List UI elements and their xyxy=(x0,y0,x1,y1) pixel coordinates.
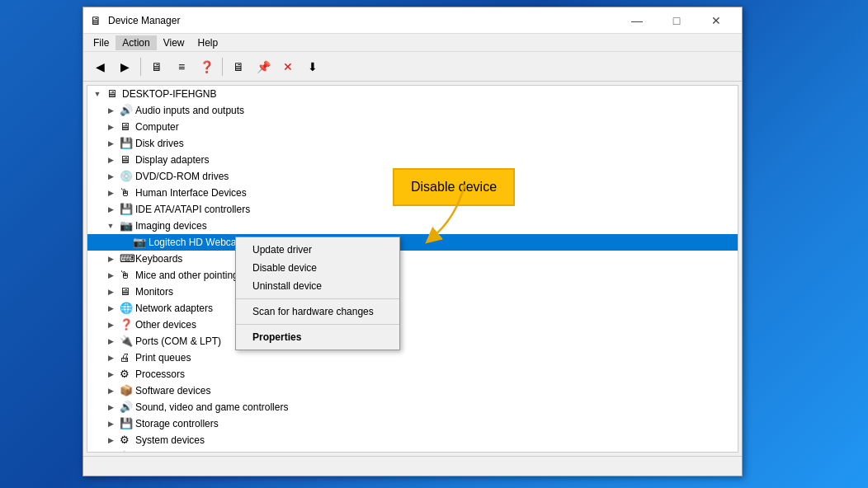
toolbar-help[interactable]: ❓ xyxy=(195,55,218,78)
expand-disk[interactable]: ▶ xyxy=(104,137,117,150)
expand-dvd[interactable]: ▶ xyxy=(104,170,117,183)
tree-root[interactable]: ▼ 🖥 DESKTOP-IFEHGNB xyxy=(87,86,738,102)
storage-icon: 💾 xyxy=(120,417,133,430)
maximize-button[interactable]: □ xyxy=(658,9,696,32)
expand-computer[interactable]: ▶ xyxy=(104,120,117,134)
tree-item-keyboards[interactable]: ▶ ⌨ Keyboards xyxy=(87,251,738,267)
ctx-scan-hardware[interactable]: Scan for hardware changes xyxy=(236,303,399,321)
window-icon: 🖥 xyxy=(90,14,103,27)
tree-item-software[interactable]: ▶ 📦 Software devices xyxy=(87,382,738,399)
expand-other[interactable]: ▶ xyxy=(104,318,117,331)
menu-action[interactable]: Action xyxy=(116,35,156,50)
network-label: Network adapters xyxy=(135,303,213,314)
monitor-icon: 🖥 xyxy=(120,285,133,298)
device-tree[interactable]: ▼ 🖥 DESKTOP-IFEHGNB ▶ 🔊 Audio inputs and… xyxy=(87,85,738,453)
ports-icon: 🔌 xyxy=(120,335,133,348)
monitor-label: Monitors xyxy=(135,286,173,298)
root-label: DESKTOP-IFEHGNB xyxy=(122,88,216,100)
webcam-icon: 📷 xyxy=(133,236,146,249)
root-icon: 🖥 xyxy=(106,87,120,101)
audio-icon: 🔊 xyxy=(120,104,133,117)
ctx-properties[interactable]: Properties xyxy=(236,328,399,346)
tree-item-processors[interactable]: ▶ ⚙ Processors xyxy=(87,366,738,382)
other-label: Other devices xyxy=(135,319,196,331)
tree-item-disk[interactable]: ▶ 💾 Disk drives xyxy=(87,135,738,152)
toolbar-uninstall[interactable]: ✕ xyxy=(276,55,300,78)
menu-bar: File Action View Help xyxy=(83,34,742,52)
toolbar-back[interactable]: ◀ xyxy=(88,55,111,78)
tree-item-storage[interactable]: ▶ 💾 Storage controllers xyxy=(87,415,738,432)
print-icon: 🖨 xyxy=(120,351,133,364)
processor-label: Processors xyxy=(135,368,185,380)
toolbar-driver[interactable]: 🖥 xyxy=(227,55,250,78)
status-bar xyxy=(83,456,742,476)
expand-usb[interactable]: ▶ xyxy=(104,450,117,453)
expand-software[interactable]: ▶ xyxy=(104,384,117,397)
tree-item-monitors[interactable]: ▶ 🖥 Monitors xyxy=(87,284,738,300)
ide-label: IDE ATA/ATAPI controllers xyxy=(135,204,250,215)
dvd-icon: 💿 xyxy=(120,170,133,183)
tree-item-print[interactable]: ▶ 🖨 Print queues xyxy=(87,350,738,366)
tree-item-display[interactable]: ▶ 🖥 Display adapters xyxy=(87,152,738,168)
tree-item-usb[interactable]: ▶ 🔌 Universal Serial Bus controllers xyxy=(87,448,738,453)
menu-file[interactable]: File xyxy=(87,35,116,50)
imaging-label: Imaging devices xyxy=(135,220,207,232)
expand-ports[interactable]: ▶ xyxy=(104,335,117,348)
system-label: System devices xyxy=(135,434,205,446)
expand-root[interactable]: ▼ xyxy=(91,87,104,101)
expand-monitors[interactable]: ▶ xyxy=(104,285,117,298)
tree-item-ports[interactable]: ▶ 🔌 Ports (COM & LPT) xyxy=(87,333,738,350)
storage-label: Storage controllers xyxy=(135,418,219,429)
window-title: Device Manager xyxy=(108,15,180,26)
toolbar-disable[interactable]: 📌 xyxy=(252,55,275,78)
main-content: ▼ 🖥 DESKTOP-IFEHGNB ▶ 🔊 Audio inputs and… xyxy=(83,82,742,456)
expand-print[interactable]: ▶ xyxy=(104,351,117,364)
expand-imaging[interactable]: ▼ xyxy=(104,219,117,232)
tree-item-mice[interactable]: ▶ 🖱 Mice and other pointing devices xyxy=(87,267,738,284)
ide-icon: 💾 xyxy=(120,203,133,216)
expand-processors[interactable]: ▶ xyxy=(104,368,117,381)
expand-storage[interactable]: ▶ xyxy=(104,417,117,430)
network-icon: 🌐 xyxy=(120,302,133,315)
toolbar-scan[interactable]: ⬇ xyxy=(301,55,324,78)
tree-item-webcam[interactable]: 📷 Logitech HD Webcam C270 xyxy=(87,234,738,251)
tree-item-imaging[interactable]: ▼ 📷 Imaging devices xyxy=(87,218,738,234)
computer-label: Computer xyxy=(135,121,179,133)
toolbar-list[interactable]: ≡ xyxy=(170,55,193,78)
expand-audio[interactable]: ▶ xyxy=(104,104,117,117)
title-bar: 🖥 Device Manager — □ ✕ xyxy=(83,7,742,34)
ctx-sep1 xyxy=(236,298,399,299)
expand-system[interactable]: ▶ xyxy=(104,434,117,447)
ctx-update-driver[interactable]: Update driver xyxy=(236,241,399,259)
expand-mice[interactable]: ▶ xyxy=(104,269,117,282)
expand-ide[interactable]: ▶ xyxy=(104,203,117,216)
ctx-disable-device[interactable]: Disable device xyxy=(236,259,399,277)
tree-item-computer[interactable]: ▶ 🖥 Computer xyxy=(87,119,738,135)
context-menu: Update driver Disable device Uninstall d… xyxy=(235,237,400,350)
other-icon: ❓ xyxy=(120,318,133,331)
tree-item-other[interactable]: ▶ ❓ Other devices xyxy=(87,317,738,333)
tree-item-network[interactable]: ▶ 🌐 Network adapters xyxy=(87,300,738,317)
minimize-button[interactable]: — xyxy=(618,9,656,32)
expand-webcam xyxy=(117,236,130,249)
toolbar-computer[interactable]: 🖥 xyxy=(145,55,168,78)
display-icon: 🖥 xyxy=(120,153,133,167)
expand-sound[interactable]: ▶ xyxy=(104,401,117,414)
usb-icon: 🔌 xyxy=(120,450,133,453)
menu-view[interactable]: View xyxy=(157,35,191,50)
device-manager-window: 🖥 Device Manager — □ ✕ File Action View … xyxy=(83,7,743,476)
keyboard-label: Keyboards xyxy=(135,253,182,265)
ctx-uninstall-device[interactable]: Uninstall device xyxy=(236,277,399,295)
expand-keyboards[interactable]: ▶ xyxy=(104,252,117,265)
expand-hid[interactable]: ▶ xyxy=(104,186,117,199)
expand-display[interactable]: ▶ xyxy=(104,153,117,167)
menu-help[interactable]: Help xyxy=(191,35,225,50)
tree-item-audio[interactable]: ▶ 🔊 Audio inputs and outputs xyxy=(87,102,738,119)
close-button[interactable]: ✕ xyxy=(697,9,735,32)
title-bar-left: 🖥 Device Manager xyxy=(90,14,180,27)
hid-label: Human Interface Devices xyxy=(135,187,247,199)
tree-item-sound[interactable]: ▶ 🔊 Sound, video and game controllers xyxy=(87,399,738,415)
toolbar-forward[interactable]: ▶ xyxy=(113,55,136,78)
expand-network[interactable]: ▶ xyxy=(104,302,117,315)
tree-item-system[interactable]: ▶ ⚙ System devices xyxy=(87,432,738,448)
